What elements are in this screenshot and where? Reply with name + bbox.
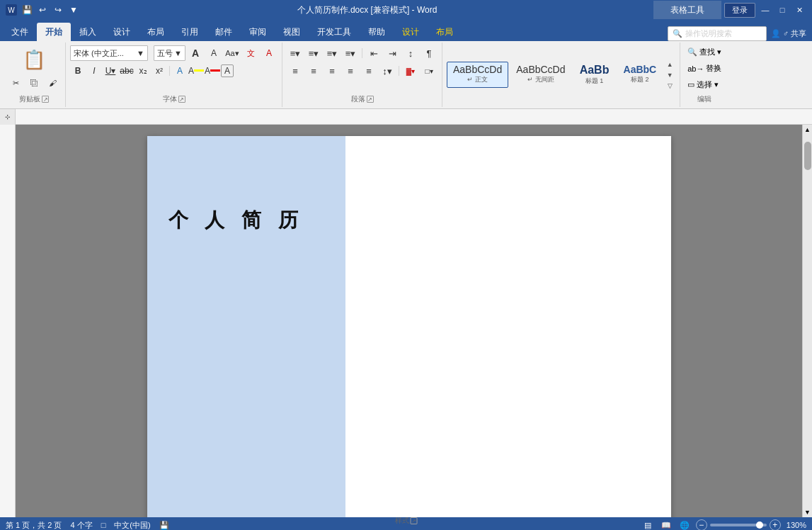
login-button[interactable]: 登录 bbox=[724, 3, 755, 18]
justify-btn[interactable]: ≡ bbox=[342, 63, 359, 79]
sort-btn[interactable]: ↕ bbox=[402, 45, 419, 61]
style-h2-label: 标题 2 bbox=[631, 75, 649, 84]
zoom-slider[interactable] bbox=[710, 524, 767, 526]
scroll-up-arrow[interactable]: ▲ bbox=[803, 125, 813, 135]
increase-indent-btn[interactable]: ⇥ bbox=[384, 45, 401, 61]
cut-button[interactable]: ✂ bbox=[7, 75, 24, 91]
font-expand-btn[interactable]: ↗ bbox=[178, 96, 185, 103]
scroll-thumb[interactable] bbox=[804, 142, 811, 170]
clipboard-group-content: 📋 ✂ ⿻ 🖌 bbox=[7, 44, 61, 93]
subscript-button[interactable]: x₂ bbox=[135, 63, 151, 79]
styles-expand-dialog-btn[interactable]: ↗ bbox=[411, 517, 418, 524]
text-highlight-button[interactable]: A bbox=[188, 63, 204, 79]
tab-view[interactable]: 视图 bbox=[275, 23, 309, 41]
style-no-spacing[interactable]: AaBbCcDd ↵ 无间距 bbox=[510, 62, 571, 88]
tab-help[interactable]: 帮助 bbox=[360, 23, 394, 41]
font-size-up-btn[interactable]: A bbox=[187, 45, 204, 61]
align-left-btn[interactable]: ≡ bbox=[287, 63, 304, 79]
format-painter-button[interactable]: 🖌 bbox=[44, 75, 61, 91]
bold-button[interactable]: B bbox=[70, 63, 86, 79]
change-case-btn[interactable]: Aa▾ bbox=[224, 45, 241, 61]
tab-table-design[interactable]: 设计 bbox=[394, 23, 428, 41]
page-left-column: 个 人 简 历 bbox=[147, 136, 345, 517]
paragraph-expand-btn[interactable]: ↗ bbox=[367, 96, 374, 103]
multilevel-list-btn[interactable]: ≡▾ bbox=[342, 45, 359, 61]
align-right-btn[interactable]: ≡ bbox=[324, 63, 341, 79]
tab-developer[interactable]: 开发工具 bbox=[309, 23, 360, 41]
text-border-btn[interactable]: A bbox=[221, 64, 234, 77]
clipboard-expand-btn[interactable]: ↗ bbox=[42, 96, 49, 103]
outline-list-btn[interactable]: ≡▾ bbox=[324, 45, 341, 61]
save-quick-btn[interactable]: 💾 bbox=[20, 3, 34, 17]
line-spacing-btn[interactable]: ↕▾ bbox=[379, 63, 396, 79]
share-button[interactable]: 👤 ♂ 共享 bbox=[771, 28, 806, 39]
search-bar[interactable]: 🔍 操作说明搜索 bbox=[668, 26, 767, 41]
title-bar-left: W 💾 ↩ ↪ ▼ bbox=[6, 3, 81, 17]
undo-quick-btn[interactable]: ↩ bbox=[35, 3, 50, 17]
minimize-btn[interactable]: — bbox=[758, 3, 772, 17]
font-size-selector[interactable]: 五号 ▼ bbox=[154, 45, 185, 61]
edit-group-content: 🔍 查找 ▾ ab→ 替换 ▭ 选择 ▾ bbox=[685, 44, 724, 93]
table-tools-tab[interactable]: 表格工具 bbox=[662, 1, 713, 19]
bullet-list-btn[interactable]: ≡▾ bbox=[287, 45, 304, 61]
copy-button[interactable]: ⿻ bbox=[25, 75, 42, 91]
styles-scroll-down[interactable]: ▼ bbox=[664, 70, 675, 80]
zoom-thumb[interactable] bbox=[756, 521, 763, 529]
tab-mailings[interactable]: 邮件 bbox=[207, 23, 241, 41]
style-h1[interactable]: AaBb 标题 1 bbox=[573, 62, 616, 88]
close-btn[interactable]: ✕ bbox=[792, 3, 806, 17]
shading-btn[interactable]: ▓▾ bbox=[402, 63, 419, 79]
ruler-corner[interactable]: ⊹ bbox=[0, 109, 16, 125]
redo-quick-btn[interactable]: ↪ bbox=[51, 3, 65, 17]
document-scroll-area[interactable]: ⊹ 个 人 简 历 bbox=[0, 125, 802, 517]
font-size-dropdown-icon: ▼ bbox=[174, 49, 182, 57]
border-btn[interactable]: □▾ bbox=[421, 63, 438, 79]
text-effect-button[interactable]: A bbox=[172, 63, 188, 79]
font-color-button[interactable]: A bbox=[205, 63, 220, 79]
style-h1-label: 标题 1 bbox=[585, 77, 604, 86]
replace-button[interactable]: ab→ 替换 bbox=[685, 62, 724, 75]
maximize-btn[interactable]: □ bbox=[775, 3, 789, 17]
resume-title: 个 人 简 历 bbox=[168, 207, 324, 234]
share-icon: 👤 bbox=[771, 29, 781, 38]
numbered-list-btn[interactable]: ≡▾ bbox=[305, 45, 322, 61]
styles-scroll-up[interactable]: ▲ bbox=[664, 60, 675, 69]
title-bar: W 💾 ↩ ↪ ▼ 个人简历制作.docx [兼容模式] - Word 表格工具… bbox=[0, 0, 812, 20]
clear-format-btn[interactable]: A bbox=[261, 45, 278, 61]
tab-review[interactable]: 审阅 bbox=[241, 23, 275, 41]
strikethrough-button[interactable]: abc bbox=[119, 63, 135, 79]
font-size-down-btn[interactable]: A bbox=[205, 45, 222, 61]
tab-layout[interactable]: 布局 bbox=[139, 23, 173, 41]
tab-file[interactable]: 文件 bbox=[3, 23, 37, 41]
font-format-row: B I U▾ abc x₂ x² A A A A bbox=[70, 63, 234, 79]
paste-button[interactable]: 📋 bbox=[18, 46, 50, 74]
horizontal-ruler bbox=[16, 109, 812, 125]
customize-quick-btn[interactable]: ▼ bbox=[67, 3, 81, 17]
underline-button[interactable]: U▾ bbox=[103, 63, 118, 79]
distributed-btn[interactable]: ≡ bbox=[360, 63, 377, 79]
scroll-track[interactable] bbox=[803, 135, 813, 507]
select-button[interactable]: ▭ 选择 ▾ bbox=[685, 78, 721, 91]
page-right-column[interactable] bbox=[345, 136, 671, 517]
pinyin-btn[interactable]: 文 bbox=[242, 45, 259, 61]
style-h2[interactable]: AaBbC 标题 2 bbox=[617, 62, 663, 88]
style-normal[interactable]: AaBbCcDd ↵ 正文 bbox=[447, 62, 508, 88]
tab-references[interactable]: 引用 bbox=[173, 23, 207, 41]
decrease-indent-btn[interactable]: ⇤ bbox=[365, 45, 382, 61]
replace-icon: ab→ bbox=[687, 64, 704, 73]
align-center-btn[interactable]: ≡ bbox=[305, 63, 322, 79]
para-row-1: ≡▾ ≡▾ ≡▾ ≡▾ ⇤ ⇥ ↕ ¶ bbox=[287, 45, 438, 61]
edit-group: 🔍 查找 ▾ ab→ 替换 ▭ 选择 ▾ 编辑 bbox=[680, 43, 728, 107]
find-button[interactable]: 🔍 查找 ▾ bbox=[685, 45, 724, 59]
tab-home[interactable]: 开始 bbox=[37, 23, 71, 41]
superscript-button[interactable]: x² bbox=[151, 63, 167, 79]
show-marks-btn[interactable]: ¶ bbox=[421, 45, 438, 61]
tab-design[interactable]: 设计 bbox=[105, 23, 139, 41]
styles-expand-btn[interactable]: ▽ bbox=[664, 81, 675, 91]
find-dropdown-icon: ▾ bbox=[717, 47, 721, 57]
paste-icon: 📋 bbox=[23, 49, 45, 71]
italic-button[interactable]: I bbox=[86, 63, 102, 79]
tab-table-layout[interactable]: 布局 bbox=[428, 23, 462, 41]
tab-insert[interactable]: 插入 bbox=[71, 23, 105, 41]
font-name-selector[interactable]: 宋体 (中文正... ▼ bbox=[70, 45, 148, 61]
